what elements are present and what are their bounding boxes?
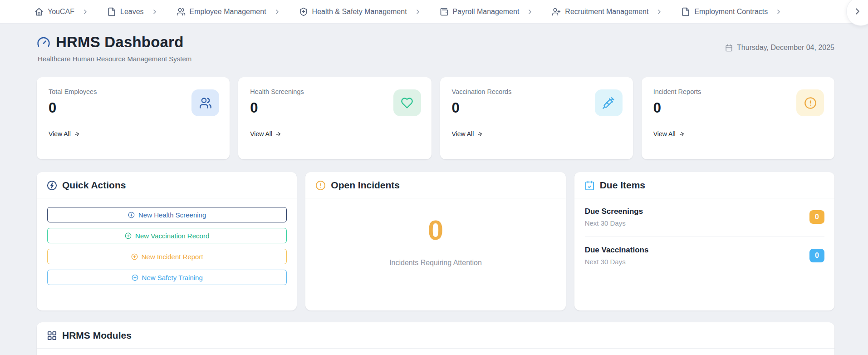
nav-scroll-right-button[interactable] (846, 0, 868, 26)
stat-card-vaccination-records: Vaccination Records 0 View All (440, 77, 633, 159)
users-icon (199, 97, 212, 109)
hrms-modules-panel: HRMS Modules (37, 322, 834, 355)
due-items-panel: Due Items Due Screenings Next 30 Days 0 … (574, 172, 834, 311)
nav-item-label: Employee Management (190, 8, 266, 16)
stat-card-incident-reports: Incident Reports 0 View All (642, 77, 834, 159)
page-header: HRMS Dashboard Healthcare Human Resource… (37, 34, 834, 63)
due-item-sublabel: Next 30 Days (585, 219, 643, 227)
due-screenings-count-badge: 0 (809, 210, 824, 224)
nav-item-employment-contracts[interactable]: Employment Contracts (681, 7, 768, 16)
open-incidents-caption: Incidents Requiring Attention (305, 259, 565, 267)
view-all-link[interactable]: View All (250, 130, 281, 138)
arrow-right-icon (275, 130, 282, 137)
open-incidents-panel: Open Incidents 0 Incidents Requiring Att… (305, 172, 565, 311)
nav-item-label: Recruitment Management (565, 8, 648, 16)
stat-card-total-employees: Total Employees 0 View All (37, 77, 230, 159)
chevron-right-icon (414, 8, 422, 15)
plus-circle-icon (128, 212, 135, 218)
due-screenings-row: Due Screenings Next 30 Days 0 (574, 198, 834, 237)
users-icon (177, 7, 186, 16)
chevron-right-icon (274, 8, 281, 15)
view-all-link[interactable]: View All (452, 130, 483, 138)
stat-icon-tile (595, 89, 623, 116)
grid-icon (47, 330, 57, 341)
open-incidents-count: 0 (305, 214, 565, 246)
file-icon (107, 7, 116, 16)
stat-icon-tile (393, 89, 421, 116)
syringe-icon (602, 97, 615, 109)
page-title: HRMS Dashboard (56, 34, 184, 51)
new-incident-report-button[interactable]: New Incident Report (47, 249, 287, 264)
plus-circle-icon (132, 274, 138, 281)
current-date: Thursday, December 04, 2025 (725, 44, 834, 52)
open-incidents-title: Open Incidents (331, 180, 400, 191)
quick-actions-title: Quick Actions (62, 180, 126, 191)
nav-item-label: Health & Safety Management (312, 8, 407, 16)
chevron-right-icon (853, 6, 863, 16)
calendar-icon (725, 44, 733, 52)
page-subtitle: Healthcare Human Resource Management Sys… (38, 55, 191, 63)
breadcrumb: YouCAF Leaves Employee Management Health… (0, 0, 868, 24)
chevron-right-icon (775, 8, 782, 15)
new-vaccination-record-button[interactable]: New Vaccination Record (47, 228, 287, 243)
arrow-right-icon (74, 130, 80, 137)
hrms-modules-title: HRMS Modules (62, 330, 132, 341)
nav-item-label: Leaves (120, 8, 144, 16)
quick-actions-panel: Quick Actions New Health Screening New V… (37, 172, 297, 311)
calendar-check-icon (584, 180, 595, 191)
chevron-right-icon (151, 8, 158, 15)
home-icon (34, 7, 44, 16)
zap-circle-icon (47, 180, 57, 191)
chevron-right-icon (82, 8, 89, 15)
plus-circle-icon (125, 232, 132, 239)
due-items-title: Due Items (600, 180, 645, 191)
nav-item-label: YouCAF (48, 8, 74, 16)
new-health-screening-button[interactable]: New Health Screening (47, 207, 287, 222)
due-item-sublabel: Next 30 Days (585, 258, 649, 266)
alert-circle-icon (315, 180, 326, 191)
arrow-right-icon (678, 130, 685, 137)
file-icon (681, 7, 690, 16)
nav-item-health-safety-management[interactable]: Health & Safety Management (299, 7, 407, 16)
arrow-right-icon (476, 130, 483, 137)
nav-item-employee-management[interactable]: Employee Management (177, 7, 266, 16)
stat-icon-tile (796, 89, 824, 116)
stat-card-health-screenings: Health Screenings 0 View All (238, 77, 431, 159)
heart-icon (401, 97, 413, 109)
nav-item-label: Payroll Management (453, 8, 520, 16)
due-vaccinations-row: Due Vaccinations Next 30 Days 0 (574, 237, 834, 275)
new-safety-training-button[interactable]: New Safety Training (47, 270, 287, 285)
wallet-icon (440, 7, 449, 16)
nav-item-youcaf[interactable]: YouCAF (34, 7, 74, 16)
nav-item-recruitment-management[interactable]: Recruitment Management (552, 7, 648, 16)
due-item-label: Due Screenings (585, 207, 643, 216)
nav-item-payroll-management[interactable]: Payroll Management (440, 7, 520, 16)
due-vaccinations-count-badge: 0 (809, 249, 824, 262)
stats-row: Total Employees 0 View All Health Screen… (37, 77, 834, 159)
due-item-label: Due Vaccinations (585, 246, 649, 255)
stat-icon-tile (191, 89, 219, 116)
gauge-icon (37, 35, 50, 49)
date-text: Thursday, December 04, 2025 (737, 44, 834, 52)
view-all-link[interactable]: View All (653, 130, 685, 138)
chevron-right-icon (656, 8, 663, 15)
plus-circle-icon (131, 253, 138, 260)
alert-circle-icon (804, 97, 817, 109)
nav-item-leaves[interactable]: Leaves (107, 7, 144, 16)
user-plus-icon (552, 7, 561, 16)
view-all-link[interactable]: View All (49, 130, 80, 138)
nav-item-label: Employment Contracts (694, 8, 768, 16)
shield-plus-icon (299, 7, 308, 16)
chevron-right-icon (526, 8, 534, 15)
